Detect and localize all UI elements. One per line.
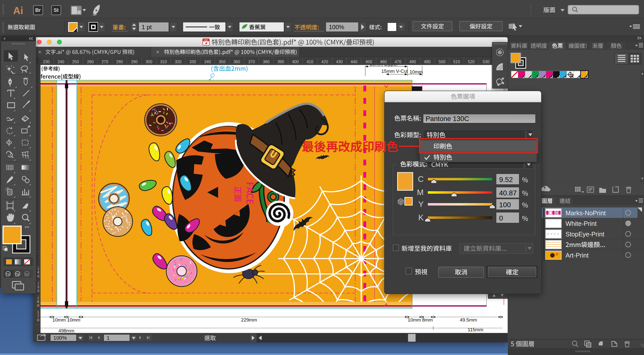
svg-text:10mm: 10mm: [408, 317, 421, 323]
svg-text:0: 0: [37, 318, 39, 322]
svg-text:Pantone 130C: Pantone 130C: [426, 115, 469, 123]
svg-text:250: 250: [72, 60, 79, 64]
svg-text:St: St: [54, 7, 59, 13]
svg-text:49.5mm: 49.5mm: [460, 317, 477, 323]
svg-text:490: 490: [424, 60, 431, 64]
svg-text:115mm: 115mm: [468, 327, 483, 332]
svg-text:8mm: 8mm: [422, 317, 433, 323]
svg-text:100: 100: [499, 201, 511, 209]
svg-text:229mm: 229mm: [241, 317, 257, 323]
svg-text:K: K: [418, 213, 424, 222]
svg-text:410: 410: [307, 60, 313, 64]
svg-text:100%: 100%: [329, 24, 344, 30]
svg-text:PDF: PDF: [204, 39, 208, 41]
svg-text:×: ×: [3, 37, 6, 41]
svg-text:Ai: Ai: [13, 5, 23, 16]
svg-text:Br: Br: [35, 7, 41, 13]
svg-text:498mm: 498mm: [58, 328, 74, 333]
svg-text:1: 1: [107, 335, 110, 341]
svg-text:10mm: 10mm: [410, 69, 423, 75]
svg-text:40.87: 40.87: [499, 189, 517, 197]
svg-text:9.52: 9.52: [499, 176, 513, 184]
svg-text:Marks-NoPrint: Marks-NoPrint: [566, 209, 606, 217]
svg-text:0: 0: [37, 303, 39, 307]
svg-text:C: C: [418, 174, 424, 184]
svg-text:480: 480: [409, 60, 416, 64]
svg-text:10mm: 10mm: [53, 317, 66, 323]
svg-text:0: 0: [37, 289, 39, 293]
svg-text:White-Print: White-Print: [566, 220, 597, 227]
svg-text:240: 240: [58, 60, 64, 64]
svg-text:M: M: [417, 188, 424, 197]
svg-text:520: 520: [468, 60, 475, 64]
svg-text:15mm V-Cut: 15mm V-Cut: [381, 68, 408, 74]
svg-text:×: ×: [38, 49, 42, 55]
svg-text:×: ×: [156, 49, 159, 55]
svg-text:10mm: 10mm: [67, 317, 80, 323]
svg-text:100%: 100%: [53, 335, 67, 341]
svg-text:1 pt: 1 pt: [142, 24, 152, 30]
svg-text:StopEye-Print: StopEye-Print: [566, 231, 604, 238]
svg-text:0: 0: [499, 214, 503, 222]
svg-text:440: 440: [351, 60, 357, 64]
svg-text:Y: Y: [418, 200, 424, 209]
svg-text:4: 4: [37, 270, 39, 274]
svg-text:0: 0: [37, 274, 39, 278]
svg-text:Art-Print: Art-Print: [566, 252, 589, 259]
svg-text:330: 330: [189, 60, 196, 64]
